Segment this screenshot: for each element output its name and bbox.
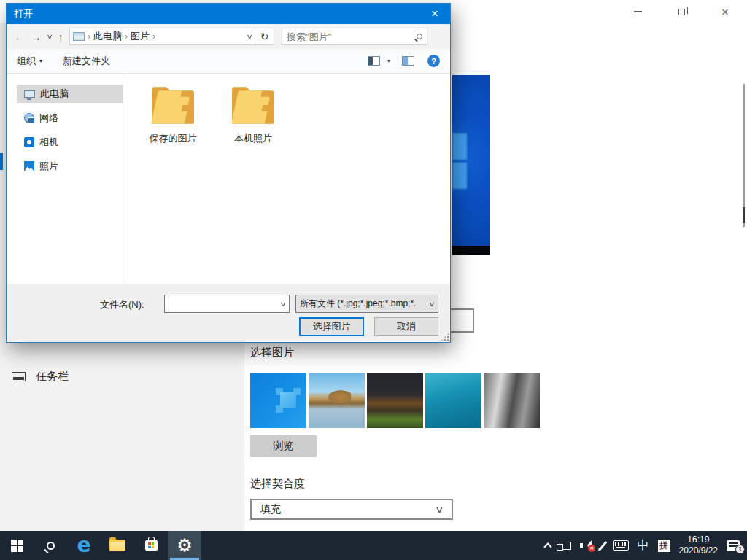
ime-mode-indicator[interactable]: 拼 (658, 540, 670, 552)
chevron-down-icon: ∨ (423, 300, 441, 308)
taskbar-explorer-button[interactable] (101, 531, 134, 560)
taskbar-clock[interactable]: 16:19 2020/9/22 (679, 534, 718, 556)
filetype-select[interactable]: 所有文件 (*.jpg;*.jpeg;*.bmp;*. ∨ (295, 295, 438, 313)
thumbnail-night-sky[interactable] (367, 373, 423, 428)
gear-icon: ⚙ (177, 537, 193, 554)
taskbar-settings-button[interactable]: ⚙ (168, 531, 201, 560)
thumbnail-underwater[interactable] (425, 373, 481, 428)
filename-combo: ∨ (164, 295, 290, 313)
dialog-sidebar: 此电脑 网络 相机 照片 (7, 74, 123, 284)
sidebar-item-label: 任务栏 (36, 370, 69, 384)
search-input[interactable] (287, 31, 417, 42)
dialog-command-bar: 组织 ▾ 新建文件夹 ▾ ? (7, 49, 450, 74)
sidebar-item-taskbar[interactable]: 任务栏 (0, 363, 244, 389)
folder-label: 保存的图片 (138, 132, 208, 145)
windows-logo-fragment (452, 133, 467, 160)
thumbnail-beach-rocks[interactable] (309, 373, 365, 428)
ime-language-indicator[interactable]: 中 (638, 538, 649, 553)
volume-muted-icon[interactable]: × (580, 540, 593, 551)
chevron-down-icon[interactable]: ∨ (274, 300, 292, 308)
address-bar[interactable]: › 此电脑 › 图片 › ∨ (69, 28, 255, 45)
tray-overflow-chevron-icon[interactable] (543, 542, 551, 551)
close-button[interactable]: × (703, 0, 747, 23)
folder-label: 本机照片 (218, 132, 288, 145)
close-icon: × (721, 6, 729, 18)
fit-select[interactable]: 填充 ∨ (250, 499, 453, 520)
thumbnail-windows-default[interactable] (250, 373, 306, 428)
resize-grip[interactable] (441, 333, 449, 341)
command-bar-right: ▾ ? (368, 55, 440, 67)
help-button[interactable]: ? (427, 55, 440, 67)
dialog-footer: 文件名(N): ∨ 所有文件 (*.jpg;*.jpeg;*.bmp;*. ∨ … (7, 284, 450, 342)
sidebar-item-this-pc[interactable]: 此电脑 (17, 85, 123, 103)
breadcrumb-pictures[interactable]: 图片 (131, 30, 150, 43)
dialog-body: 此电脑 网络 相机 照片 保存的图片 (7, 74, 450, 284)
select-picture-button[interactable]: 选择图片 (299, 317, 364, 336)
back-button[interactable]: ← (14, 31, 25, 42)
folder-item-saved-pictures[interactable]: 保存的图片 (138, 82, 208, 145)
filename-input[interactable] (165, 295, 277, 312)
camera-icon (24, 137, 34, 147)
system-tray: × 中 拼 16:19 2020/9/22 1 (545, 531, 747, 560)
choose-picture-heading: 选择图片 (250, 346, 294, 359)
dialog-titlebar[interactable]: 打开 × (7, 4, 450, 24)
thumbnail-bw-rock[interactable] (484, 373, 540, 428)
settings-scrollbar-thumb[interactable] (743, 207, 745, 223)
network-tray-icon[interactable] (560, 542, 571, 550)
browse-button[interactable]: 浏览 (250, 435, 317, 457)
preview-taskbar-strip (452, 246, 490, 255)
choose-fit-heading: 选择契合度 (250, 477, 305, 491)
up-button[interactable]: ↑ (58, 31, 64, 42)
sidebar-item-label: 此电脑 (40, 88, 69, 101)
settings-nav-selected-accent (0, 153, 3, 170)
dialog-close-button[interactable]: × (419, 4, 450, 24)
notification-badge: 1 (735, 545, 745, 554)
edge-icon: e (77, 535, 91, 556)
windows-logo-fragment (452, 163, 467, 189)
address-chevron-icon[interactable]: ∨ (246, 33, 253, 40)
taskbar-search-button[interactable] (34, 531, 67, 560)
photos-icon (24, 161, 34, 171)
restore-icon (678, 9, 685, 15)
breadcrumb-separator: › (88, 31, 90, 42)
new-folder-button[interactable]: 新建文件夹 (63, 55, 110, 68)
sidebar-item-network[interactable]: 网络 (17, 109, 123, 127)
this-pc-icon (24, 90, 35, 98)
action-center-icon[interactable]: 1 (727, 540, 740, 551)
search-box[interactable] (282, 28, 427, 45)
mute-badge: × (588, 545, 595, 552)
recent-locations-chevron[interactable]: ∨ (46, 33, 53, 40)
view-mode-icon[interactable] (368, 56, 380, 66)
minimize-button[interactable] (616, 0, 659, 23)
sidebar-item-label: 网络 (39, 112, 58, 125)
sidebar-item-camera[interactable]: 相机 (17, 133, 123, 151)
dialog-navigation-bar: ← → ∨ ↑ › 此电脑 › 图片 › ∨ ↻ (7, 24, 450, 49)
dialog-title: 打开 (14, 7, 33, 20)
chevron-down-icon: ▾ (39, 58, 42, 64)
preview-pane-icon[interactable] (402, 56, 414, 66)
wallpaper-preview (452, 75, 490, 246)
chevron-down-icon[interactable]: ▾ (387, 58, 390, 64)
minimize-icon (634, 11, 642, 12)
filename-label: 文件名(N): (100, 298, 144, 311)
refresh-button[interactable]: ↻ (255, 28, 274, 45)
restore-button[interactable] (659, 0, 703, 23)
sidebar-item-photos[interactable]: 照片 (17, 158, 123, 175)
start-button[interactable] (0, 531, 34, 560)
pen-tray-icon[interactable] (599, 540, 608, 550)
forward-button[interactable]: → (31, 31, 42, 42)
taskbar-edge-button[interactable]: e (67, 531, 101, 560)
cancel-button[interactable]: 取消 (374, 317, 438, 336)
folder-item-camera-roll[interactable]: 本机照片 (218, 82, 288, 145)
chevron-down-icon: ∨ (435, 505, 444, 515)
taskbar-store-button[interactable] (134, 531, 168, 560)
network-icon (24, 113, 34, 123)
background-dropdown-partial[interactable] (451, 308, 474, 332)
organize-button[interactable]: 组织 ▾ (17, 55, 42, 68)
breadcrumb-separator: › (152, 31, 155, 42)
taskbar: e ⚙ × 中 拼 16:19 2020/9/22 1 (0, 531, 747, 560)
settings-scrollbar[interactable] (743, 84, 745, 227)
touch-keyboard-icon[interactable] (613, 540, 629, 551)
pictures-location-icon (73, 32, 85, 41)
breadcrumb-this-pc[interactable]: 此电脑 (93, 30, 122, 43)
